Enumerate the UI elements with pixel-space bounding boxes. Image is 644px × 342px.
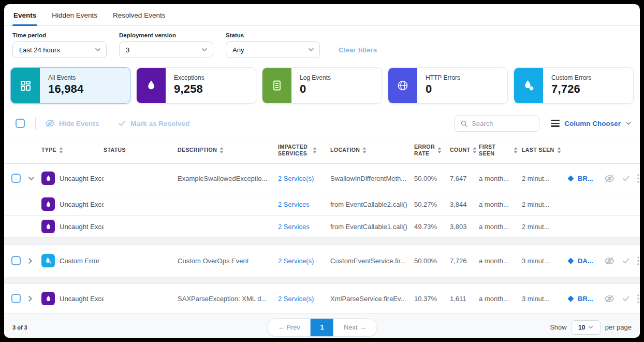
time-period-select[interactable]: Last 24 hours [12,41,107,58]
tab-events[interactable]: Events [12,6,37,25]
resolve-icon[interactable] [622,256,631,265]
services-link[interactable]: 2 Service(s) [278,257,330,265]
sort-icon[interactable] [219,147,224,153]
flame-gear-icon [514,68,543,103]
card-custom-errors[interactable]: Custom Errors 7,726 [514,67,634,104]
services-link[interactable]: 2 Services [278,223,330,231]
table-row[interactable]: Uncaught Exce... ExampleSwallowedExcepti… [4,164,640,193]
hide-events-button[interactable]: Hide Events [45,118,99,129]
filter-bar: Time period Last 24 hours Deployment ver… [4,26,640,66]
chevron-down-icon [201,48,208,52]
tab-resolved-events[interactable]: Resolved Events [112,6,166,25]
column-header-first-seen[interactable]: FIRST SEEN [479,144,522,157]
sort-icon[interactable] [514,147,518,153]
error-rate-cell: 10.37% [414,295,450,303]
jira-ticket-link[interactable]: DA... [567,257,604,265]
column-header-label: LOCATION [330,147,360,153]
kebab-menu-icon[interactable] [637,174,639,183]
hide-events-label: Hide Events [59,120,99,127]
current-page-button[interactable]: 1 [311,318,333,337]
services-link[interactable]: 2 Service(s) [278,295,330,303]
column-header-status[interactable]: STATUS [104,147,178,153]
next-page-button[interactable]: Next → [333,318,376,337]
row-checkbox[interactable] [11,174,21,183]
services-link[interactable]: 2 Service(s) [278,175,330,182]
flame-icon [41,172,55,185]
select-value: Last 24 hours [19,46,60,54]
event-type: Uncaught Exce... [60,223,104,231]
count-cell: 3,803 [450,223,479,231]
card-http-errors[interactable]: HTTP Errors 0 [388,67,508,104]
hide-event-icon[interactable] [604,173,615,184]
column-header-label: STATUS [104,147,126,153]
select-all-checkbox[interactable] [16,119,25,128]
row-count: 3 of 3 [12,324,27,331]
select-value: Any [232,46,244,54]
page-size-select[interactable]: 10 [572,320,601,335]
column-chooser-button[interactable]: Column Chooser [551,120,632,127]
row-checkbox[interactable] [11,256,21,265]
column-header-description[interactable]: DESCRIPTION [178,147,278,153]
tab-label: Resolved Events [113,11,165,19]
sort-icon[interactable] [557,147,561,153]
jira-ticket-label: DA... [578,257,593,265]
clear-filters-button[interactable]: Clear filters [339,46,377,58]
divider [35,117,36,130]
column-header-location[interactable]: LOCATION [330,147,414,153]
location-cell: from EventCallable2.call() [330,201,414,208]
card-value: 7,726 [551,82,591,96]
jira-ticket-label: BR... [578,175,593,182]
flame-icon [41,292,55,305]
column-header-label: ERROR RATE [414,144,435,157]
card-exceptions[interactable]: Exceptions 9,258 [136,67,256,104]
count-cell: 3,844 [450,201,479,208]
mark-resolved-button[interactable]: Mark as Resolved [118,119,189,128]
tab-hidden-events[interactable]: Hidden Events [51,6,98,25]
card-log-events[interactable]: Log Events 0 [262,67,382,104]
chevron-down-icon [625,121,632,125]
resolve-icon[interactable] [622,174,631,183]
table-subrow[interactable]: Uncaught Exce... 2 Services from EventCa… [4,215,640,237]
jira-ticket-link[interactable]: BR... [567,175,604,182]
prev-page-button[interactable]: ← Prev [268,318,311,337]
row-checkbox[interactable] [11,294,21,303]
deployment-version-select[interactable]: 3 [119,41,213,58]
card-all-events[interactable]: All Events 16,984 [10,67,130,104]
jira-ticket-link[interactable]: BR... [567,295,604,303]
kebab-menu-icon[interactable] [637,294,639,303]
chevron-right-icon[interactable] [28,258,41,264]
status-select[interactable]: Any [226,41,320,58]
chevron-down-icon[interactable] [28,176,41,181]
card-label: Custom Errors [551,74,591,81]
event-type: Uncaught Exce... [60,295,104,303]
column-header-count[interactable]: COUNT [450,147,479,153]
services-link[interactable]: 2 Services [278,201,330,208]
sort-icon[interactable] [362,147,367,153]
column-header-impacted-services[interactable]: IMPACTED SERVICES [278,144,330,157]
chevron-down-icon [308,48,314,52]
column-header-label: IMPACTED SERVICES [278,144,310,157]
show-label: Show [550,323,567,331]
table-subrow[interactable]: Uncaught Exce... 2 Services from EventCa… [4,193,640,215]
table-row[interactable]: Custom Error Custom OverOps Event 2 Serv… [4,245,640,277]
table-row[interactable]: Uncaught Exce... SAXParseException: XML … [4,284,640,313]
sort-icon[interactable] [59,147,63,153]
sort-icon[interactable] [313,147,317,153]
error-rate-cell: 50.00% [414,175,450,182]
sort-icon[interactable] [437,147,442,153]
sort-icon[interactable] [473,147,477,153]
column-header-last-seen[interactable]: LAST SEEN [522,147,567,153]
stat-cards: All Events 16,984 Exceptions 9,258 Log E… [4,66,640,110]
column-header-type[interactable]: TYPE [41,147,104,153]
column-header-label: FIRST SEEN [479,144,511,157]
search-input[interactable] [472,120,529,127]
resolve-icon[interactable] [622,294,631,303]
column-header-error-rate[interactable]: ERROR RATE [414,144,450,157]
flame-gear-icon [41,254,55,267]
count-cell: 1,611 [450,295,479,303]
chevron-right-icon[interactable] [28,295,41,302]
hamburger-icon [551,120,560,127]
hide-event-icon[interactable] [604,255,615,266]
hide-event-icon[interactable] [604,293,615,304]
kebab-menu-icon[interactable] [637,256,639,265]
